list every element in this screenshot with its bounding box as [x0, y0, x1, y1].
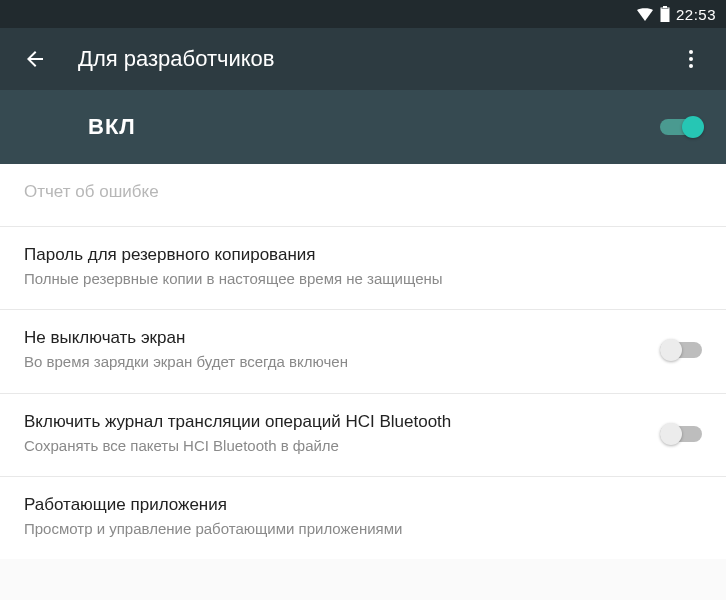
row-subtitle: Сохранять все пакеты HCI Bluetooth в фай… — [24, 436, 644, 456]
row-backup-password[interactable]: Пароль для резервного копирования Полные… — [0, 227, 726, 310]
row-title: Не выключать экран — [24, 328, 644, 348]
row-subtitle: Во время зарядки экран будет всегда вклю… — [24, 352, 644, 372]
hci-log-switch[interactable] — [660, 426, 702, 442]
row-stay-awake[interactable]: Не выключать экран Во время зарядки экра… — [0, 310, 726, 393]
row-bug-report: Отчет об ошибке — [0, 164, 726, 227]
row-subtitle: Полные резервные копии в настоящее время… — [24, 269, 686, 289]
row-running-services[interactable]: Работающие приложения Просмотр и управле… — [0, 477, 726, 559]
overflow-menu-button[interactable] — [674, 42, 708, 76]
master-toggle-label: ВКЛ — [88, 114, 660, 140]
row-hci-log[interactable]: Включить журнал трансляции операций HCI … — [0, 394, 726, 477]
wifi-icon — [636, 7, 654, 21]
battery-icon — [660, 6, 670, 22]
row-title: Отчет об ошибке — [24, 182, 686, 202]
svg-point-3 — [689, 50, 693, 54]
back-button[interactable] — [18, 42, 52, 76]
status-bar: 22:53 — [0, 0, 726, 28]
svg-rect-2 — [661, 9, 669, 22]
row-title: Пароль для резервного копирования — [24, 245, 686, 265]
row-title: Работающие приложения — [24, 495, 686, 515]
page-title: Для разработчиков — [78, 46, 674, 72]
status-time: 22:53 — [676, 6, 716, 23]
row-title: Включить журнал трансляции операций HCI … — [24, 412, 644, 432]
settings-list: Отчет об ошибке Пароль для резервного ко… — [0, 164, 726, 559]
row-subtitle: Просмотр и управление работающими прилож… — [24, 519, 686, 539]
stay-awake-switch[interactable] — [660, 342, 702, 358]
master-toggle-row[interactable]: ВКЛ — [0, 90, 726, 164]
svg-point-4 — [689, 57, 693, 61]
toolbar: Для разработчиков — [0, 28, 726, 90]
master-toggle-switch[interactable] — [660, 119, 702, 135]
svg-point-5 — [689, 64, 693, 68]
